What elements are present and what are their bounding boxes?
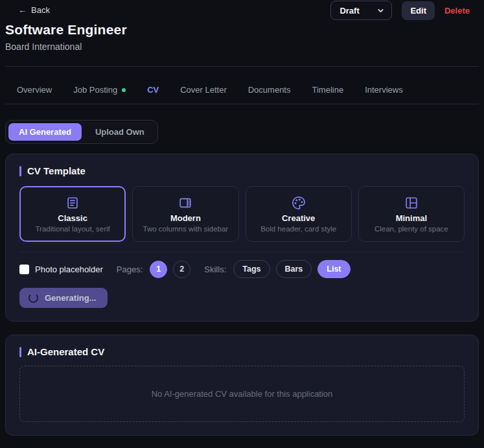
palette-icon xyxy=(292,196,306,210)
template-card-classic[interactable]: Classic Traditional layout, serif xyxy=(19,186,126,242)
template-card-minimal[interactable]: Minimal Clean, plenty of space xyxy=(358,186,465,242)
options-divider xyxy=(19,252,465,252)
back-label: Back xyxy=(31,5,50,15)
template-card-modern[interactable]: Modern Two columns with sidebar xyxy=(132,186,238,242)
tab-documents[interactable]: Documents xyxy=(248,85,291,95)
back-arrow-icon: ← xyxy=(18,5,27,15)
delete-button[interactable]: Delete xyxy=(444,6,470,16)
template-card-list: Classic Traditional layout, serif Modern… xyxy=(19,186,465,242)
company-name: Board International xyxy=(5,41,479,52)
cv-template-panel: CV Template Classic Traditional layout, … xyxy=(5,154,479,322)
back-link[interactable]: ← Back xyxy=(18,5,50,15)
tab-cv[interactable]: CV xyxy=(147,85,159,95)
pages-option-1[interactable]: 1 xyxy=(150,261,167,278)
skills-label: Skills: xyxy=(204,265,226,274)
header-actions: Draft Edit Delete xyxy=(330,1,470,20)
ai-cv-section-title: AI-Generated CV xyxy=(19,346,465,357)
cv-mode-toggle: AI Generated Upload Own xyxy=(5,120,158,144)
tab-interviews[interactable]: Interviews xyxy=(365,85,403,95)
empty-state-message: No AI-generated CV available for this ap… xyxy=(152,389,333,399)
cv-template-section-title: CV Template xyxy=(19,165,465,176)
generate-button-label: Generating... xyxy=(45,293,96,303)
document-lines-icon xyxy=(65,196,80,210)
status-select[interactable]: Draft xyxy=(330,1,392,20)
application-detail-page: ← Back Software Engineer Board Internati… xyxy=(0,0,484,436)
tab-job-posting[interactable]: Job Posting xyxy=(73,85,126,95)
panel-right-icon xyxy=(178,196,192,210)
pages-option-2[interactable]: 2 xyxy=(173,261,190,278)
page-title: Software Engineer xyxy=(5,22,479,38)
status-select-value: Draft xyxy=(340,6,359,16)
layout-icon xyxy=(404,196,419,210)
accent-bar xyxy=(19,166,21,176)
job-posting-indicator-dot xyxy=(122,88,126,92)
chevron-down-icon xyxy=(376,6,385,15)
pages-label: Pages: xyxy=(117,265,143,274)
page-header: ← Back Software Engineer Board Internati… xyxy=(5,0,479,52)
toggle-upload-own[interactable]: Upload Own xyxy=(85,123,155,141)
ai-generated-cv-panel: AI-Generated CV No AI-generated CV avail… xyxy=(5,335,479,436)
tab-overview[interactable]: Overview xyxy=(17,85,52,95)
photo-placeholder-checkbox[interactable] xyxy=(19,265,29,274)
skills-option-bars[interactable]: Bars xyxy=(276,260,312,278)
generate-cv-button[interactable]: Generating... xyxy=(19,288,108,308)
loading-spinner-icon xyxy=(29,293,38,303)
tab-cover-letter[interactable]: Cover Letter xyxy=(180,85,227,95)
template-options-row: Photo placeholder Pages: 1 2 Skills: Tag… xyxy=(19,260,465,278)
photo-placeholder-label: Photo placeholder xyxy=(35,265,103,274)
template-card-creative[interactable]: Creative Bold header, card style xyxy=(246,186,352,242)
toggle-ai-generated[interactable]: AI Generated xyxy=(8,123,82,141)
tab-timeline[interactable]: Timeline xyxy=(312,85,343,95)
skills-option-list[interactable]: List xyxy=(317,260,350,278)
edit-button[interactable]: Edit xyxy=(402,1,435,20)
tab-bar: Overview Job Posting CV Cover Letter Doc… xyxy=(5,67,479,104)
skills-option-tags[interactable]: Tags xyxy=(233,260,270,278)
ai-cv-empty-state: No AI-generated CV available for this ap… xyxy=(19,366,465,422)
accent-bar xyxy=(19,347,21,357)
